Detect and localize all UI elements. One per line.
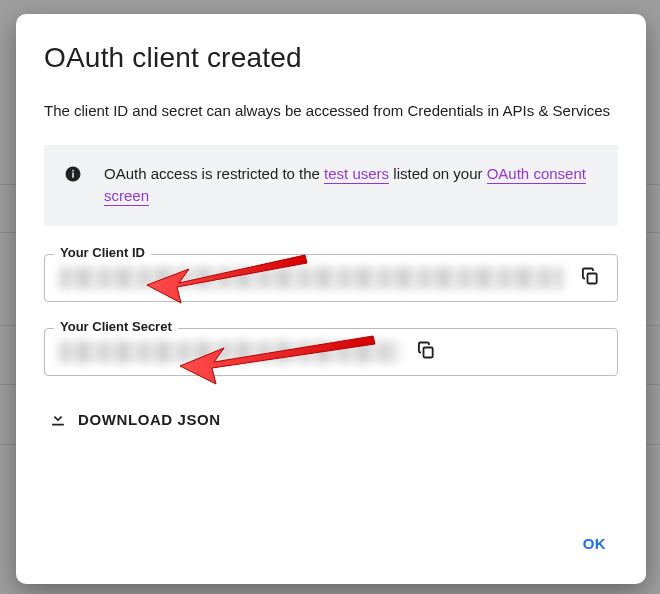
- client-id-label: Your Client ID: [54, 245, 151, 260]
- dialog-footer: OK: [44, 527, 618, 566]
- copy-client-id-button[interactable]: [573, 261, 607, 295]
- download-icon: [48, 408, 68, 431]
- oauth-client-created-dialog: OAuth client created The client ID and s…: [16, 14, 646, 584]
- client-secret-value[interactable]: [59, 341, 399, 363]
- dialog-title: OAuth client created: [44, 42, 618, 74]
- ok-button[interactable]: OK: [571, 527, 618, 560]
- copy-client-secret-button[interactable]: [409, 335, 443, 369]
- svg-rect-2: [72, 169, 74, 171]
- copy-icon: [580, 266, 600, 289]
- client-id-value[interactable]: [59, 267, 563, 289]
- modal-backdrop: OAuth client created The client ID and s…: [0, 0, 660, 594]
- client-secret-label: Your Client Secret: [54, 319, 178, 334]
- info-text: OAuth access is restricted to the test u…: [104, 163, 598, 208]
- client-secret-field: Your Client Secret: [44, 328, 618, 376]
- svg-rect-4: [423, 348, 432, 358]
- download-json-label: DOWNLOAD JSON: [78, 411, 221, 428]
- download-json-button[interactable]: DOWNLOAD JSON: [44, 402, 618, 437]
- info-text-prefix: OAuth access is restricted to the: [104, 165, 324, 182]
- svg-rect-1: [72, 172, 74, 177]
- copy-icon: [416, 340, 436, 363]
- dialog-subtext: The client ID and secret can always be a…: [44, 100, 618, 123]
- client-id-box: [44, 254, 618, 302]
- svg-rect-3: [588, 274, 597, 284]
- client-secret-box: [44, 328, 618, 376]
- info-banner: OAuth access is restricted to the test u…: [44, 145, 618, 226]
- info-text-mid: listed on your: [389, 165, 487, 182]
- test-users-link[interactable]: test users: [324, 165, 389, 184]
- info-icon: [64, 165, 82, 183]
- client-id-field: Your Client ID: [44, 254, 618, 302]
